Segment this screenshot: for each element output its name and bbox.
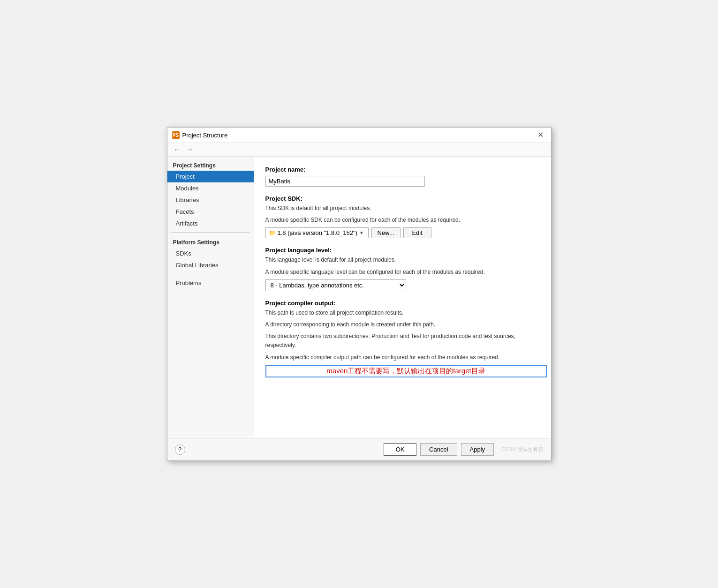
sidebar-item-artifacts[interactable]: Artifacts xyxy=(167,218,254,229)
footer: ? OK Cancel Apply CSDN @先生有权 xyxy=(167,438,551,460)
language-level-section: Project language level: This language le… xyxy=(265,247,540,291)
project-name-label: Project name: xyxy=(265,166,540,173)
sdk-new-button[interactable]: New... xyxy=(371,227,401,238)
nav-bar: ← → xyxy=(167,143,551,157)
sdk-edit-button[interactable]: Edit xyxy=(403,227,431,238)
sdk-desc1: This SDK is default for all project modu… xyxy=(265,204,540,213)
project-structure-dialog: PS Project Structure ✕ ← → Project Setti… xyxy=(167,127,552,461)
sidebar: Project Settings Project Modules Librari… xyxy=(167,157,254,438)
compiler-desc2: A directory corresponding to each module… xyxy=(265,320,540,329)
sdk-dropdown-arrow: ▼ xyxy=(359,230,364,235)
compiler-output-input[interactable] xyxy=(265,365,547,377)
compiler-output-section: Project compiler output: This path is us… xyxy=(265,300,540,377)
title-bar-left: PS Project Structure xyxy=(172,131,228,139)
title-bar: PS Project Structure ✕ xyxy=(167,128,551,143)
sidebar-item-libraries[interactable]: Libraries xyxy=(167,194,254,206)
help-icon: ? xyxy=(178,446,181,453)
sdk-dropdown[interactable]: 📁 1.8 (java version "1.8.0_152") ▼ xyxy=(265,227,369,238)
compiler-desc3: This directory contains two subdirectori… xyxy=(265,332,540,350)
window-title: Project Structure xyxy=(182,132,228,139)
sidebar-item-facets[interactable]: Facets xyxy=(167,206,254,218)
cancel-button[interactable]: Cancel xyxy=(420,443,457,456)
language-level-select[interactable]: 8 - Lambdas, type annotations etc. xyxy=(265,279,406,291)
sdk-label: Project SDK: xyxy=(265,195,540,202)
sdk-row: 📁 1.8 (java version "1.8.0_152") ▼ New..… xyxy=(265,227,540,238)
sidebar-item-modules[interactable]: Modules xyxy=(167,182,254,194)
content-area: Project name: Project SDK: This SDK is d… xyxy=(254,157,551,438)
sidebar-item-problems[interactable]: Problems xyxy=(167,277,254,289)
sidebar-item-sdks[interactable]: SDKs xyxy=(167,248,254,259)
apply-button[interactable]: Apply xyxy=(461,443,494,456)
forward-button[interactable]: → xyxy=(184,145,196,154)
watermark: CSDN @先生有权 xyxy=(501,446,543,453)
app-icon: PS xyxy=(172,131,180,139)
help-button[interactable]: ? xyxy=(175,445,185,455)
sdk-desc2: A module specific SDK can be configured … xyxy=(265,216,540,225)
language-level-desc2: A module specific language level can be … xyxy=(265,268,540,277)
compiler-desc1: This path is used to store all project c… xyxy=(265,309,540,317)
sdk-folder-icon: 📁 xyxy=(269,230,276,236)
language-level-desc1: This language level is default for all p… xyxy=(265,256,540,264)
sidebar-divider xyxy=(171,232,250,233)
sdk-selected-value: 1.8 (java version "1.8.0_152") xyxy=(278,229,357,236)
close-button[interactable]: ✕ xyxy=(535,130,546,140)
compiler-output-label: Project compiler output: xyxy=(265,300,540,307)
ok-button[interactable]: OK xyxy=(384,443,416,456)
project-sdk-section: Project SDK: This SDK is default for all… xyxy=(265,195,540,238)
main-content: Project Settings Project Modules Librari… xyxy=(167,157,551,438)
sidebar-divider-2 xyxy=(171,274,250,274)
project-name-input[interactable] xyxy=(265,176,425,187)
compiler-desc4: A module specific compiler output path c… xyxy=(265,353,540,362)
project-name-section: Project name: xyxy=(265,166,540,187)
back-button[interactable]: ← xyxy=(171,145,182,154)
sidebar-item-global-libraries[interactable]: Global Libraries xyxy=(167,259,254,271)
sidebar-item-project[interactable]: Project xyxy=(167,171,254,182)
language-level-label: Project language level: xyxy=(265,247,540,254)
platform-settings-label: Platform Settings xyxy=(167,235,254,248)
project-settings-label: Project Settings xyxy=(167,158,254,171)
